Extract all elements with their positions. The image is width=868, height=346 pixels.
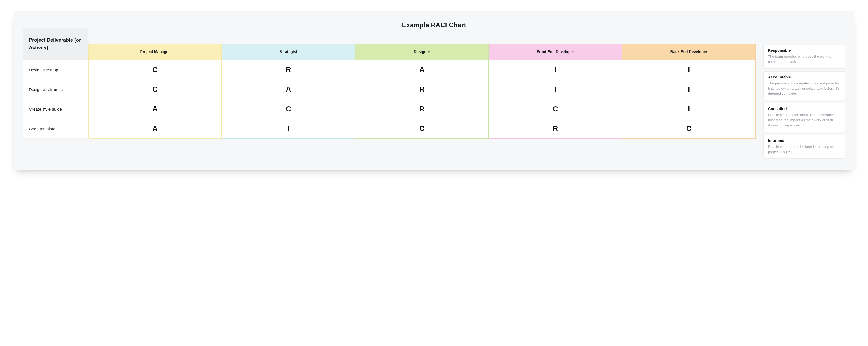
role-header: Designer: [355, 43, 489, 60]
legend: ResponsibleThe team member who does the …: [764, 28, 845, 159]
table-row: Code templatesAICRC: [23, 119, 756, 138]
legend-term: Accountable: [768, 75, 840, 79]
activity-label: Create style guide: [23, 99, 88, 119]
legend-term: Informed: [768, 138, 840, 143]
activity-label: Design wireframes: [23, 80, 88, 99]
raci-cell: A: [88, 99, 222, 119]
legend-definition: The team member who does the work to com…: [768, 54, 840, 65]
raci-cell: C: [489, 99, 622, 119]
raci-cell: A: [355, 60, 489, 80]
raci-cell: I: [489, 60, 622, 80]
legend-definition: The person who delegates work and provid…: [768, 81, 840, 96]
raci-cell: I: [622, 80, 756, 99]
legend-item: AccountableThe person who delegates work…: [764, 71, 845, 100]
table-row: Design wireframesCARII: [23, 80, 756, 99]
legend-definition: People who provide input on a deliverabl…: [768, 113, 840, 128]
raci-cell: C: [88, 60, 222, 80]
raci-cell: A: [88, 119, 222, 138]
raci-table-wrap: Project Deliverable (or Activity) Projec…: [23, 28, 756, 139]
table-row: Create style guideACRCI: [23, 99, 756, 119]
raci-cell: I: [489, 80, 622, 99]
header-spacer-row: Project Deliverable (or Activity): [23, 28, 756, 43]
role-header: Strategist: [222, 43, 355, 60]
legend-item: ResponsibleThe team member who does the …: [764, 45, 845, 69]
legend-item: ConsultedPeople who provide input on a d…: [764, 103, 845, 132]
raci-cell: C: [355, 119, 489, 138]
header-spacer: [88, 28, 756, 43]
activity-label: Code templates: [23, 119, 88, 138]
raci-cell: C: [88, 80, 222, 99]
roles-header-row: Project ManagerStrategistDesignerFront E…: [23, 43, 756, 60]
role-header: Front End Developer: [489, 43, 622, 60]
raci-cell: R: [222, 60, 355, 80]
raci-cell: C: [622, 119, 756, 138]
legend-item: InformedPeople who need to be kept in th…: [764, 135, 845, 159]
raci-cell: A: [222, 80, 355, 99]
raci-cell: R: [355, 99, 489, 119]
raci-cell: I: [222, 119, 355, 138]
raci-cell: R: [489, 119, 622, 138]
legend-term: Consulted: [768, 106, 840, 111]
corner-header: Project Deliverable (or Activity): [23, 28, 88, 60]
raci-cell: C: [222, 99, 355, 119]
table-row: Design site mapCRAII: [23, 60, 756, 80]
role-header: Project Manager: [88, 43, 222, 60]
role-header: Back End Developer: [622, 43, 756, 60]
raci-cell: R: [355, 80, 489, 99]
raci-card: Example RACI Chart Project Deliverable (…: [13, 11, 855, 170]
legend-term: Responsible: [768, 48, 840, 53]
raci-table: Project Deliverable (or Activity) Projec…: [23, 28, 756, 139]
legend-definition: People who need to be kept in the loop o…: [768, 145, 840, 155]
raci-cell: I: [622, 60, 756, 80]
content-layout: Project Deliverable (or Activity) Projec…: [23, 28, 845, 159]
raci-cell: I: [622, 99, 756, 119]
activity-label: Design site map: [23, 60, 88, 80]
